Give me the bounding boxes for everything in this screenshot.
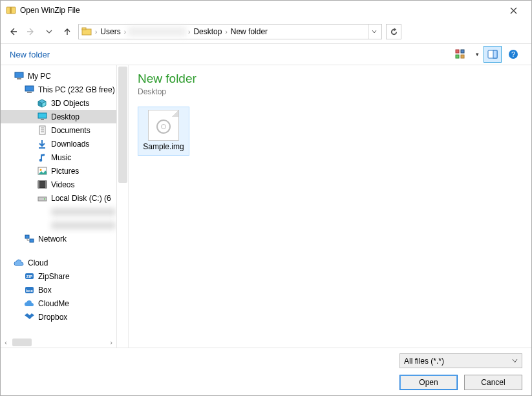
breadcrumb-redacted[interactable] xyxy=(128,27,186,36)
nav-forward-button[interactable] xyxy=(24,25,38,39)
videos-icon xyxy=(37,180,47,190)
svg-rect-15 xyxy=(27,92,32,93)
document-icon xyxy=(37,125,47,136)
tree-cloud[interactable]: Cloud xyxy=(1,256,116,269)
tree-music[interactable]: Music xyxy=(1,151,116,164)
folder-heading: New folder xyxy=(138,72,522,86)
svg-rect-12 xyxy=(15,72,23,78)
file-name: Sample.img xyxy=(143,142,184,151)
tree-mypc[interactable]: My PC xyxy=(1,69,116,83)
folder-icon xyxy=(81,26,93,37)
breadcrumb-newfolder[interactable]: New folder xyxy=(229,27,269,36)
cloud-icon xyxy=(14,258,24,268)
cloudme-icon xyxy=(24,298,34,309)
view-grid-icon xyxy=(455,49,465,59)
svg-rect-9 xyxy=(493,50,497,58)
filter-label: All files (*.*) xyxy=(404,357,444,366)
open-button[interactable]: Open xyxy=(399,375,458,390)
file-type-filter[interactable]: All files (*.*) xyxy=(399,353,522,368)
folder-subheading: Desktop xyxy=(138,87,522,96)
svg-rect-27 xyxy=(38,181,39,188)
refresh-icon xyxy=(390,28,398,36)
close-button[interactable] xyxy=(500,2,526,19)
svg-rect-28 xyxy=(45,181,47,188)
svg-rect-13 xyxy=(17,78,21,79)
file-thumbnail xyxy=(148,110,179,141)
tree-desktop[interactable]: Desktop xyxy=(1,110,116,123)
network-icon xyxy=(24,234,34,244)
breadcrumb-desktop[interactable]: Desktop xyxy=(192,27,223,36)
winzip-icon xyxy=(6,5,16,16)
drive-icon xyxy=(37,193,47,203)
scrollbar-thumb[interactable] xyxy=(118,67,127,183)
tree-box[interactable]: box Box xyxy=(1,283,116,297)
chevron-down-icon xyxy=(46,28,52,35)
tree-thispc[interactable]: This PC (232 GB free) xyxy=(1,83,116,96)
title-bar: Open WinZip File xyxy=(1,1,531,20)
file-list: Sample.img xyxy=(138,107,522,156)
tree-horizontal-scrollbar[interactable]: ‹ › xyxy=(1,337,116,348)
scrollbar-thumb[interactable] xyxy=(12,339,32,346)
svg-rect-31 xyxy=(25,235,29,238)
tree-vertical-scrollbar[interactable] xyxy=(117,65,129,348)
desktop-icon xyxy=(37,112,47,122)
svg-point-25 xyxy=(39,169,41,171)
computer-icon xyxy=(24,85,34,95)
file-item-sample[interactable]: Sample.img xyxy=(138,107,189,156)
arrow-right-icon xyxy=(26,26,36,37)
tree-network[interactable]: Network xyxy=(1,232,116,245)
help-icon: ? xyxy=(508,49,518,59)
button-row: Open Cancel xyxy=(399,375,522,390)
chevron-right-icon: › xyxy=(224,28,228,36)
nav-back-button[interactable] xyxy=(6,25,20,39)
svg-rect-1 xyxy=(10,7,12,14)
tree-videos[interactable]: Videos xyxy=(1,178,116,191)
svg-rect-5 xyxy=(461,50,464,53)
view-options-button[interactable] xyxy=(451,46,469,63)
svg-rect-17 xyxy=(41,119,44,120)
window-title: Open WinZip File xyxy=(20,6,500,15)
new-folder-button[interactable]: New folder xyxy=(10,50,50,59)
chevron-down-icon xyxy=(372,29,377,34)
scroll-left-icon[interactable]: ‹ xyxy=(1,339,11,346)
tree-downloads[interactable]: Downloads xyxy=(1,137,116,151)
arrow-left-icon xyxy=(8,26,18,37)
tree-zipshare[interactable]: ZIP ZipShare xyxy=(1,269,116,283)
tree-redacted-2[interactable] xyxy=(1,218,116,232)
chevron-right-icon: › xyxy=(187,28,191,36)
tree-pictures[interactable]: Pictures xyxy=(1,164,116,178)
dialog-footer: All files (*.*) Open Cancel xyxy=(1,348,531,395)
breadcrumb-bar[interactable]: › Users › › Desktop › New folder xyxy=(78,24,382,39)
dropbox-icon xyxy=(24,312,34,322)
tree-documents[interactable]: Documents xyxy=(1,123,116,137)
nav-up-button[interactable] xyxy=(60,25,74,39)
svg-rect-14 xyxy=(25,86,34,91)
cancel-button[interactable]: Cancel xyxy=(464,375,522,390)
tree-dropbox[interactable]: Dropbox xyxy=(1,310,116,324)
tree-3d-objects[interactable]: 3D Objects xyxy=(1,96,116,110)
preview-pane-icon xyxy=(487,49,498,59)
tree-local-disk[interactable]: Local Disk (C:) (6 xyxy=(1,191,116,205)
breadcrumb-dropdown[interactable] xyxy=(368,25,379,39)
refresh-button[interactable] xyxy=(386,24,401,39)
help-button[interactable]: ? xyxy=(504,46,522,63)
svg-rect-7 xyxy=(461,55,464,58)
navigation-tree: My PC This PC (232 GB free) 3D Objects D… xyxy=(1,65,117,348)
breadcrumb-users[interactable]: Users xyxy=(99,27,122,36)
disc-image-icon xyxy=(156,120,171,134)
view-dropdown-button[interactable]: ▾ xyxy=(472,46,481,63)
preview-pane-button[interactable] xyxy=(484,46,502,63)
svg-text:?: ? xyxy=(511,50,515,58)
zipshare-icon: ZIP xyxy=(24,271,34,282)
svg-point-30 xyxy=(44,198,45,200)
tree-redacted-1[interactable] xyxy=(1,205,116,218)
svg-rect-29 xyxy=(38,197,47,201)
recent-locations-button[interactable] xyxy=(42,25,56,39)
computer-icon xyxy=(14,71,24,81)
tree-cloudme[interactable]: CloudMe xyxy=(1,297,116,310)
pictures-icon xyxy=(37,166,47,176)
close-icon xyxy=(510,7,517,14)
chevron-right-icon: › xyxy=(94,28,98,36)
scroll-right-icon[interactable]: › xyxy=(106,339,116,346)
chevron-down-icon xyxy=(512,358,518,364)
